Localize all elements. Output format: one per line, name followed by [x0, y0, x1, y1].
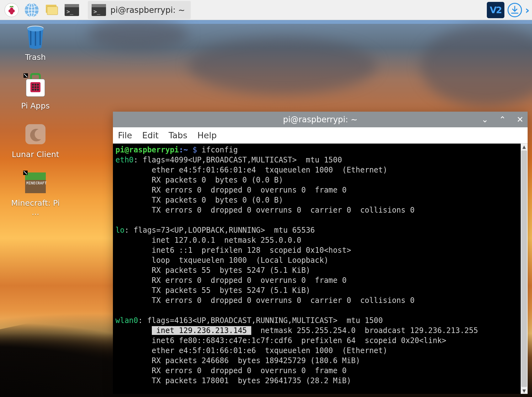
- desktop-icon-trash[interactable]: Trash: [9, 24, 62, 62]
- svg-text:>_: >_: [66, 8, 73, 15]
- taskbar-task-terminal[interactable]: >_ pi@raspberrypi: ~: [88, 1, 191, 19]
- file-manager-icon[interactable]: [42, 1, 61, 19]
- terminal-scrollbar[interactable]: ▲ ▼: [521, 144, 528, 394]
- window-maximize-button[interactable]: ⌃: [498, 115, 507, 124]
- svg-rect-8: [47, 7, 58, 15]
- chevron-right-icon[interactable]: ›: [525, 4, 529, 16]
- download-tray-icon[interactable]: [508, 3, 522, 17]
- desktop-icon-label: Minecraft: Pi ...: [9, 198, 62, 217]
- desktop-icon-label: Lunar Client: [12, 150, 59, 159]
- svg-rect-13: [92, 4, 106, 7]
- terminal-output[interactable]: pi@raspberrypi:~ $ ifconfig eth0: flags=…: [113, 144, 521, 394]
- taskbar-task-title: pi@raspberrypi: ~: [110, 5, 185, 15]
- svg-point-26: [35, 89, 36, 91]
- desktop-icon-label: Trash: [25, 53, 46, 62]
- raspberry-menu-icon[interactable]: [2, 1, 21, 19]
- menu-file[interactable]: File: [118, 130, 132, 140]
- terminal-icon: >_: [91, 3, 107, 17]
- menu-tabs[interactable]: Tabs: [168, 130, 187, 140]
- menu-edit[interactable]: Edit: [142, 130, 158, 140]
- svg-point-27: [37, 89, 39, 91]
- svg-text:MINECRAFT: MINECRAFT: [26, 181, 47, 185]
- svg-point-21: [37, 84, 39, 86]
- desktop-icons: Trash Pi Apps Lunar Client: [9, 24, 62, 228]
- svg-point-16: [27, 26, 44, 31]
- scroll-up-icon[interactable]: ▲: [521, 144, 528, 150]
- minecraft-pi-icon: MINECRAFT: [23, 170, 48, 195]
- lunar-client-icon: [23, 122, 48, 147]
- scroll-down-icon[interactable]: ▼: [521, 388, 528, 394]
- scroll-thumb[interactable]: [521, 151, 527, 387]
- vnc-tray-icon[interactable]: V2: [487, 2, 504, 18]
- window-minimize-button[interactable]: ⌄: [481, 115, 489, 124]
- desktop-icon-label: Pi Apps: [21, 101, 50, 110]
- svg-rect-30: [25, 172, 46, 180]
- desktop-icon-pi-apps[interactable]: Pi Apps: [9, 73, 62, 110]
- taskbar: >_ >_ pi@raspberrypi: ~ V2 ›: [0, 0, 532, 20]
- window-title: pi@raspberrypi: ~: [113, 115, 528, 124]
- web-browser-icon[interactable]: [22, 1, 41, 19]
- window-titlebar[interactable]: pi@raspberrypi: ~ ⌄ ⌃ ✕: [113, 112, 528, 127]
- terminal-launcher-icon[interactable]: >_: [62, 1, 82, 19]
- terminal-window: pi@raspberrypi: ~ ⌄ ⌃ ✕ File Edit Tabs H…: [113, 112, 528, 394]
- svg-point-25: [32, 89, 34, 91]
- svg-point-4: [10, 8, 13, 11]
- menu-help[interactable]: Help: [197, 130, 217, 140]
- desktop-icon-lunar-client[interactable]: Lunar Client: [9, 122, 62, 159]
- desktop-icon-minecraft-pi[interactable]: MINECRAFT Minecraft: Pi ...: [9, 170, 62, 217]
- svg-point-24: [37, 86, 39, 88]
- svg-point-20: [35, 84, 36, 86]
- trash-icon: [23, 24, 48, 50]
- svg-rect-10: [65, 4, 79, 7]
- svg-point-23: [35, 86, 36, 88]
- window-close-button[interactable]: ✕: [516, 115, 524, 124]
- svg-point-3: [10, 11, 13, 14]
- svg-text:>_: >_: [93, 8, 100, 15]
- svg-point-19: [32, 84, 34, 86]
- svg-point-22: [32, 86, 34, 88]
- terminal-menubar: File Edit Tabs Help: [113, 127, 528, 144]
- pi-apps-icon: [23, 73, 48, 98]
